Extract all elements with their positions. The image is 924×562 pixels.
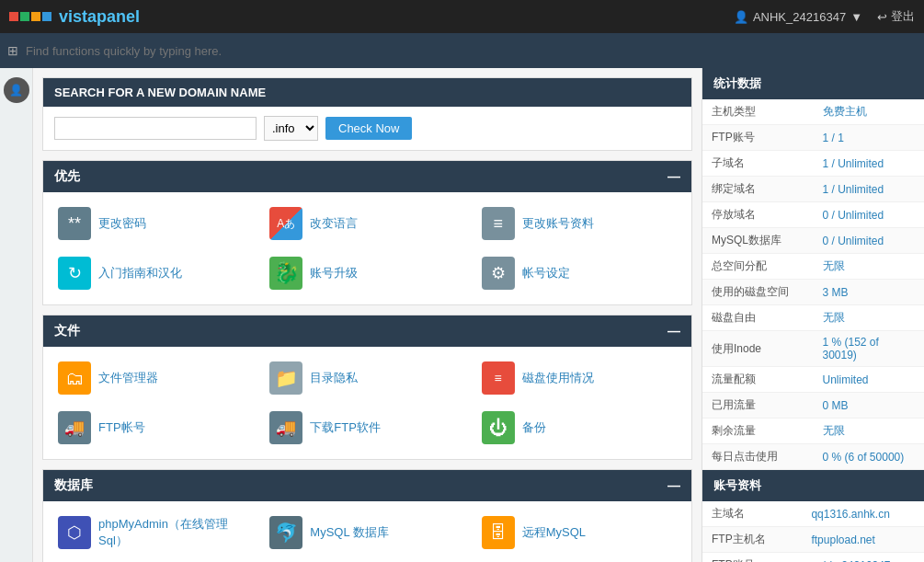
phpmyadmin-item[interactable]: ⬡ phpMyAdmin（在线管理Sql） — [54, 510, 257, 555]
remote-mysql-label: 远程MySQL — [522, 524, 586, 541]
profile-icon: ≡ — [482, 207, 515, 240]
stat-label: MySQL数据库 — [702, 228, 814, 254]
stat-label: 停放域名 — [702, 202, 814, 228]
account-header: 账号资料 — [702, 470, 924, 501]
stat-value: 无限 — [814, 305, 925, 331]
stat-label: 剩余流量 — [702, 419, 814, 444]
stat-label: 流量配额 — [702, 367, 814, 393]
check-now-button[interactable]: Check Now — [325, 117, 412, 140]
stat-value: 0 / Unlimited — [814, 202, 925, 228]
stat-value: 免费主机 — [814, 99, 925, 125]
logout-icon: ↩ — [877, 10, 887, 24]
topnav: vistapanel 👤 ANHK_24216347 ▼ ↩ 登出 — [0, 0, 924, 33]
stat-label: 子域名 — [702, 151, 814, 177]
stat-label: 磁盘自由 — [702, 305, 814, 331]
table-row: 使用的磁盘空间 3 MB — [702, 280, 924, 305]
language-icon: Aあ — [269, 207, 302, 240]
domain-input[interactable] — [54, 117, 257, 140]
stat-label: 已用流量 — [702, 393, 814, 419]
table-row: MySQL数据库 0 / Unlimited — [702, 228, 924, 254]
files-title: 文件 — [54, 323, 80, 339]
account-settings-label: 帐号设定 — [522, 265, 570, 281]
backup-item[interactable]: ⏻ 备份 — [478, 406, 680, 450]
directory-privacy-label: 目录隐私 — [310, 370, 358, 386]
stat-label: 每日点击使用 — [702, 444, 814, 470]
ftp-account-item[interactable]: 🚚 FTP帐号 — [54, 406, 257, 450]
topnav-right: 👤 ANHK_24216347 ▼ ↩ 登出 — [734, 8, 915, 25]
stat-value: 1 / 1 — [814, 125, 925, 151]
table-row: 每日点击使用 0 % (6 of 50000) — [702, 444, 924, 470]
dropdown-icon: ▼ — [850, 10, 862, 24]
content-area: SEARCH FOR A NEW DOMAIN NAME .info .com … — [33, 68, 702, 562]
remotemysql-icon: 🗄 — [482, 516, 515, 549]
stat-label: 总空间分配 — [702, 254, 814, 280]
logo-square-green — [20, 12, 29, 21]
table-row: FTP账号 1 / 1 — [702, 125, 924, 151]
logout-button[interactable]: ↩ 登出 — [877, 8, 915, 25]
change-language-label: 改变语言 — [310, 215, 358, 232]
stat-value: 3 MB — [814, 280, 925, 305]
directory-privacy-item[interactable]: 📁 目录隐私 — [266, 356, 468, 400]
stat-value: 1 / Unlimited — [814, 151, 925, 177]
upgrade-item[interactable]: 🐉 账号升级 — [266, 251, 468, 295]
phpmyadmin-label: phpMyAdmin（在线管理Sql） — [98, 516, 253, 549]
profile-avatar-button[interactable]: 👤 — [4, 77, 29, 103]
stat-label: FTP账号 — [702, 125, 814, 151]
right-sidebar: 统计数据 主机类型 免费主机 FTP账号 1 / 1 子域名 1 / Unlim… — [702, 68, 924, 562]
left-icon-bar: 👤 — [0, 68, 33, 562]
file-manager-label: 文件管理器 — [98, 370, 158, 386]
disk-usage-label: 磁盘使用情况 — [522, 370, 594, 386]
logo-square-yellow — [31, 12, 40, 21]
change-language-item[interactable]: Aあ 改变语言 — [266, 201, 468, 246]
table-row: 停放域名 0 / Unlimited — [702, 202, 924, 228]
mysql-item[interactable]: 🐬 MySQL 数据库 — [266, 510, 468, 555]
stat-value: 0 / Unlimited — [814, 228, 925, 254]
change-password-item[interactable]: ** 更改密码 — [54, 201, 257, 246]
stat-label: 使用Inode — [702, 331, 814, 367]
logo-square-red — [9, 12, 18, 21]
table-row: 流量配额 Unlimited — [702, 367, 924, 393]
files-collapse-icon[interactable]: — — [667, 324, 680, 338]
account-label: FTP主机名 — [702, 527, 802, 553]
account-section: 账号资料 主域名 qq1316.anhk.cn FTP主机名 ftpupload… — [702, 470, 924, 562]
download-ftp-item[interactable]: 🚚 下载FTP软件 — [266, 406, 468, 450]
remote-mysql-item[interactable]: 🗄 远程MySQL — [478, 510, 680, 555]
change-password-label: 更改密码 — [98, 215, 146, 232]
logo-text: vistapanel — [59, 7, 140, 27]
stat-value: 无限 — [814, 254, 925, 280]
stat-value: 0 % (6 of 50000) — [814, 444, 925, 470]
database-collapse-icon[interactable]: — — [667, 478, 680, 493]
database-panel: 数据库 — ⬡ phpMyAdmin（在线管理Sql） 🐬 MySQL 数据库 … — [42, 469, 692, 562]
account-settings-item[interactable]: ⚙ 帐号设定 — [478, 251, 680, 295]
stats-header: 统计数据 — [702, 68, 924, 99]
priority-body: ** 更改密码 Aあ 改变语言 ≡ 更改账号资料 ↻ 入门指南和汉化 🐉 — [43, 192, 691, 304]
priority-collapse-icon[interactable]: — — [667, 169, 680, 184]
backup-label: 备份 — [522, 419, 546, 436]
disk-icon: ≡ — [482, 361, 515, 395]
logo-icon — [9, 12, 51, 21]
database-header: 数据库 — — [43, 470, 691, 501]
domain-body: .info .com .net .org Check Now — [43, 107, 691, 150]
user-info[interactable]: 👤 ANHK_24216347 ▼ — [734, 10, 862, 24]
stat-value: Unlimited — [814, 367, 925, 393]
file-manager-item[interactable]: 🗂 文件管理器 — [54, 356, 257, 400]
table-row: 子域名 1 / Unlimited — [702, 151, 924, 177]
tld-select[interactable]: .info .com .net .org — [264, 116, 318, 141]
table-row: 绑定域名 1 / Unlimited — [702, 177, 924, 202]
files-panel: 文件 — 🗂 文件管理器 📁 目录隐私 ≡ 磁盘使用情况 🚚 F — [42, 315, 692, 460]
phpmyadmin-icon: ⬡ — [58, 516, 91, 549]
table-row: 主机类型 免费主机 — [702, 99, 924, 125]
table-row: FTP主机名 ftpupload.net — [702, 527, 924, 553]
domain-header: SEARCH FOR A NEW DOMAIN NAME — [43, 78, 691, 107]
mysql-label: MySQL 数据库 — [310, 524, 388, 541]
stats-table: 主机类型 免费主机 FTP账号 1 / 1 子域名 1 / Unlimited … — [702, 99, 924, 470]
disk-usage-item[interactable]: ≡ 磁盘使用情况 — [478, 356, 680, 400]
account-label: FTP账号 — [702, 553, 802, 563]
files-body: 🗂 文件管理器 📁 目录隐私 ≡ 磁盘使用情况 🚚 FTP帐号 🚚 — [43, 347, 691, 459]
change-profile-item[interactable]: ≡ 更改账号资料 — [478, 201, 680, 246]
guide-item[interactable]: ↻ 入门指南和汉化 — [54, 251, 257, 295]
table-row: 使用Inode 1 % (152 of 30019) — [702, 331, 924, 367]
account-table: 主域名 qq1316.anhk.cn FTP主机名 ftpupload.net … — [702, 501, 924, 562]
upgrade-label: 账号升级 — [310, 265, 358, 281]
search-input[interactable] — [26, 44, 917, 58]
